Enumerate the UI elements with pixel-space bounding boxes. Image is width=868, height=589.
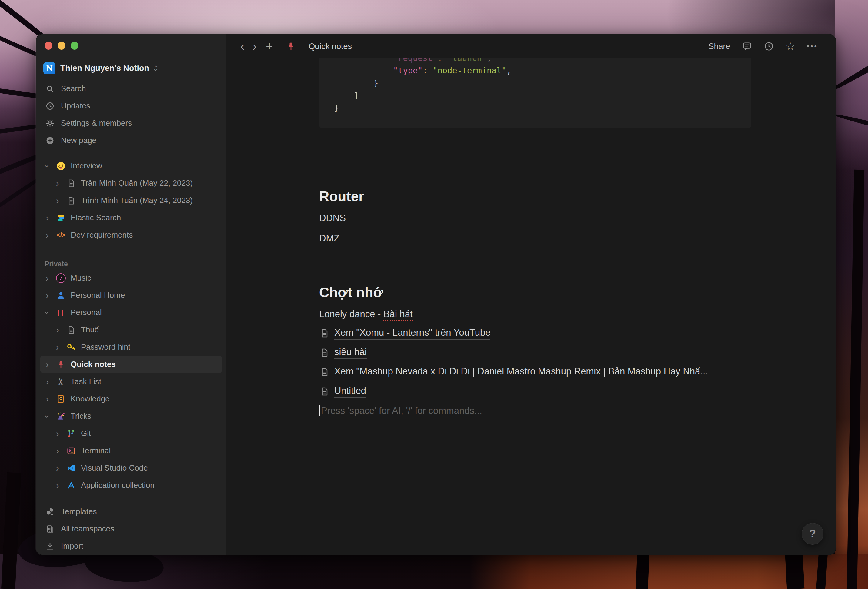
sidebar-item-git[interactable]: › Git (40, 425, 222, 442)
sidebar-item-personal[interactable]: › !! Personal (40, 304, 222, 321)
chevron-right-icon[interactable]: › (54, 326, 62, 334)
chevron-right-icon[interactable]: › (43, 274, 51, 282)
code-block[interactable]: "request": "launch", "type": "node-termi… (319, 49, 751, 128)
paragraph-ddns[interactable]: DDNS (319, 212, 751, 224)
sidebar-item-templates[interactable]: Templates (40, 503, 222, 520)
sidebar-item-label: New page (61, 136, 96, 145)
page-icon (319, 386, 330, 397)
chevron-down-icon[interactable]: › (43, 309, 51, 317)
private-tree: › ♪ Music › Personal Home › !! Personal (40, 269, 222, 494)
chevron-right-icon[interactable]: › (54, 447, 62, 455)
magic-hat-icon (55, 411, 66, 422)
sidebar-item-interview-page-1[interactable]: › Trần Minh Quân (May 22, 2023) (40, 174, 222, 192)
page-link-label: Xem "Xomu - Lanterns" trên YouTube (334, 327, 490, 340)
chevron-down-icon[interactable]: › (43, 412, 51, 420)
sidebar-item-settings[interactable]: Settings & members (40, 115, 222, 132)
workspace-name: Thien Nguyen's Notion (60, 63, 149, 73)
sidebar-item-interview-page-2[interactable]: › Trịnh Minh Tuấn (May 24, 2023) (40, 192, 222, 209)
heading-chot-nho[interactable]: Chợt nhớ (319, 283, 751, 301)
heading-router[interactable]: Router (319, 187, 751, 205)
page-scroll-area[interactable]: "request": "launch", "type": "node-termi… (226, 34, 836, 555)
minimize-window-button[interactable] (58, 42, 65, 50)
page-link-untitled[interactable]: Untitled (319, 385, 751, 398)
paragraph-dmz[interactable]: DMZ (319, 232, 751, 245)
sidebar-item-vscode[interactable]: › Visual Studio Code (40, 459, 222, 477)
sidebar-item-label: Password hint (81, 342, 130, 352)
sidebar-item-label: Personal (71, 308, 102, 317)
page-link-mashup[interactable]: Xem "Mashup Nevada x Đi Đi Đi | Daniel M… (319, 366, 751, 378)
chevron-right-icon[interactable]: › (54, 481, 62, 489)
page-icon (319, 367, 330, 378)
back-button[interactable]: ‹ (240, 40, 245, 52)
teamspace-tree: › Interview › Trần Minh Quân (May 22, 20… (40, 157, 222, 244)
sidebar-item-application-collection[interactable]: › Application collection (40, 477, 222, 494)
code-icon: </> (55, 230, 66, 241)
sidebar-item-password-hint[interactable]: › Password hint (40, 338, 222, 356)
app-collection-icon (66, 480, 77, 491)
breadcrumb-page-title[interactable]: Quick notes (309, 42, 352, 51)
chevron-right-icon[interactable]: › (43, 231, 51, 239)
more-options-button[interactable]: ••• (807, 42, 818, 50)
sidebar-item-tricks[interactable]: › Tricks (40, 407, 222, 425)
sidebar-item-search[interactable]: Search (40, 80, 222, 97)
sidebar-item-label: All teamspaces (61, 524, 114, 534)
sidebar-item-music[interactable]: › ♪ Music (40, 269, 222, 286)
import-icon (44, 541, 55, 552)
sidebar-item-terminal[interactable]: › Terminal (40, 442, 222, 459)
sidebar-item-label: Interview (71, 161, 102, 171)
sidebar-item-quick-notes[interactable]: › Quick notes (40, 356, 222, 373)
forward-button[interactable]: › (252, 40, 257, 52)
paragraph-lonely-dance[interactable]: Lonely dance - Bài hát (319, 308, 751, 320)
chevron-right-icon[interactable]: › (43, 395, 51, 403)
page-link-xomu[interactable]: Xem "Xomu - Lanterns" trên YouTube (319, 327, 751, 340)
sidebar-item-updates[interactable]: Updates (40, 97, 222, 115)
sidebar-footer: Templates All teamspaces Import (40, 503, 222, 555)
sidebar-item-label: Tricks (71, 412, 91, 421)
templates-icon (44, 506, 55, 517)
chevron-right-icon[interactable]: › (54, 464, 62, 472)
sidebar-item-thue[interactable]: › Thuế (40, 321, 222, 338)
chevron-right-icon[interactable]: › (43, 291, 51, 299)
sidebar-item-trash[interactable]: Trash (40, 555, 222, 555)
sidebar-item-all-teamspaces[interactable]: All teamspaces (40, 520, 222, 537)
sidebar-item-dev-requirements[interactable]: › </> Dev requirements (40, 226, 222, 244)
chevron-right-icon[interactable]: › (54, 343, 62, 351)
sidebar-item-interview[interactable]: › Interview (40, 157, 222, 174)
new-tab-button[interactable]: + (266, 40, 273, 53)
zoom-window-button[interactable] (71, 42, 78, 50)
help-button[interactable]: ? (802, 523, 824, 545)
chevron-right-icon[interactable]: › (54, 430, 62, 437)
search-icon (44, 83, 55, 94)
sidebar-item-import[interactable]: Import (40, 537, 222, 555)
sidebar-item-label: Templates (61, 507, 97, 516)
empty-block[interactable]: Press 'space' for AI, '/' for commands..… (319, 405, 751, 416)
sidebar-item-knowledge[interactable]: › Knowledge (40, 390, 222, 407)
chevron-right-icon[interactable]: › (43, 360, 51, 368)
page-icon (66, 325, 77, 335)
double-exclamation-icon: !! (55, 307, 66, 318)
sidebar-item-label: Search (61, 84, 86, 93)
updates-clock-icon[interactable] (764, 41, 774, 52)
favorite-star-icon[interactable]: ☆ (785, 42, 795, 51)
workspace-switcher[interactable]: N Thien Nguyen's Notion ›› (40, 61, 222, 75)
close-window-button[interactable] (44, 42, 52, 50)
page-icon (66, 178, 77, 189)
sidebar-item-task-list[interactable]: › ✂ Task List (40, 373, 222, 390)
key-icon (66, 342, 77, 353)
page-link-sieu-hai[interactable]: siêu hài (319, 346, 751, 359)
notion-window: N Thien Nguyen's Notion ›› Search Update… (36, 34, 836, 555)
chevron-right-icon[interactable]: › (54, 179, 62, 187)
sidebar-item-personal-home[interactable]: › Personal Home (40, 286, 222, 304)
chevron-down-icon[interactable]: › (43, 162, 51, 170)
page-link-label: Xem "Mashup Nevada x Đi Đi Đi | Daniel M… (334, 366, 708, 378)
chevron-right-icon[interactable]: › (43, 214, 51, 222)
sidebar-item-new-page[interactable]: New page (40, 132, 222, 149)
comments-icon[interactable] (742, 41, 752, 52)
gear-icon (44, 118, 55, 129)
chevron-right-icon[interactable]: › (54, 196, 62, 205)
sidebar-nav: Search Updates Settings & members (40, 80, 222, 149)
scissors-icon: ✂ (55, 376, 66, 387)
chevron-right-icon[interactable]: › (43, 378, 51, 386)
share-button[interactable]: Share (708, 42, 730, 51)
sidebar-item-elastic-search[interactable]: › Elastic Search (40, 209, 222, 226)
